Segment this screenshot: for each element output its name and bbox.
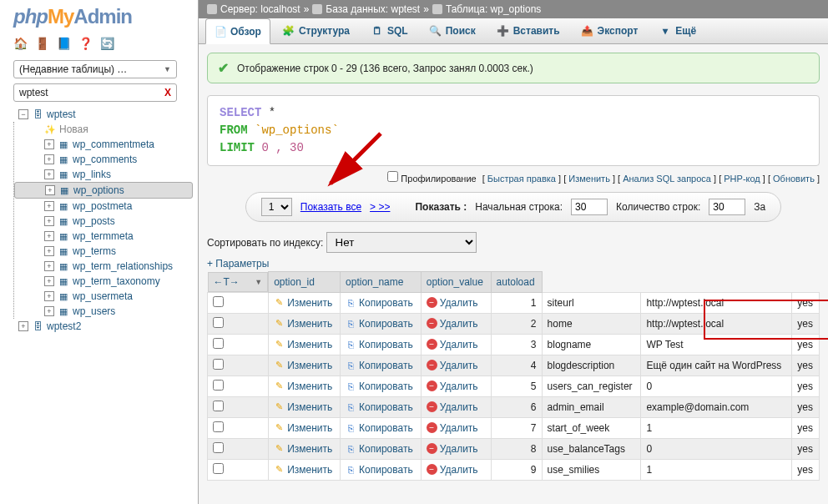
sort-index-select[interactable]: Нет — [326, 232, 477, 253]
tab-Ещё[interactable]: ▾Ещё — [650, 18, 705, 43]
table-node[interactable]: +▦wp_options — [14, 182, 193, 199]
expand-icon[interactable]: + — [44, 291, 54, 301]
clear-filter-icon[interactable]: X — [164, 87, 171, 98]
table-node[interactable]: +▦wp_term_taxonomy — [14, 274, 193, 289]
tab-Вставить[interactable]: ➕Вставить — [488, 18, 569, 43]
delete-row[interactable]: −Удалить — [427, 381, 478, 392]
edit-row[interactable]: ✎Изменить — [274, 318, 332, 330]
expand-icon[interactable]: + — [44, 261, 54, 271]
col-option-value[interactable]: option_value — [421, 272, 491, 293]
copy-row[interactable]: ⎘Копировать — [346, 464, 413, 476]
table-node[interactable]: +▦wp_term_relationships — [14, 259, 193, 274]
row-checkbox[interactable] — [213, 359, 224, 370]
table-node[interactable]: +▦wp_commentmeta — [14, 137, 193, 152]
tab-Обзор[interactable]: 📄Обзор — [205, 18, 270, 44]
expand-icon[interactable]: + — [44, 139, 54, 149]
tab-Поиск[interactable]: 🔍Поиск — [421, 18, 485, 43]
logout-icon[interactable]: 🚪 — [35, 37, 48, 50]
start-row-input[interactable] — [571, 199, 608, 215]
row-checkbox[interactable] — [213, 317, 224, 328]
copy-row[interactable]: ⎘Копировать — [346, 381, 413, 392]
row-checkbox[interactable] — [213, 401, 224, 411]
delete-row[interactable]: −Удалить — [427, 401, 478, 413]
col-option-id[interactable]: option_id — [269, 272, 341, 293]
edit-row[interactable]: ✎Изменить — [274, 401, 332, 413]
table-node[interactable]: +▦wp_users — [14, 304, 193, 319]
table-node[interactable]: +▦wp_termmeta — [14, 229, 193, 244]
home-icon[interactable]: 🏠 — [13, 37, 27, 50]
tab-SQL[interactable]: 🗒SQL — [362, 18, 417, 43]
delete-row[interactable]: −Удалить — [427, 339, 478, 350]
delete-row[interactable]: −Удалить — [427, 422, 478, 434]
expand-icon[interactable]: + — [45, 185, 55, 195]
copy-row[interactable]: ⎘Копировать — [346, 339, 413, 350]
col-autoload[interactable]: autoload — [491, 272, 542, 293]
expand-icon[interactable]: + — [44, 306, 54, 316]
table-node[interactable]: +▦wp_comments — [14, 152, 193, 167]
tab-Структура[interactable]: 🧩Структура — [274, 18, 359, 43]
db-node-wptest[interactable]: − 🗄 wptest — [7, 107, 193, 122]
copy-row[interactable]: ⎘Копировать — [346, 443, 413, 455]
explain-link[interactable]: Анализ SQL запроса — [623, 174, 711, 184]
php-code-link[interactable]: PHP-код — [724, 174, 760, 184]
table-node[interactable]: +▦wp_links — [14, 167, 193, 182]
copy-row[interactable]: ⎘Копировать — [346, 318, 413, 330]
expand-icon[interactable]: + — [44, 216, 54, 226]
table-node[interactable]: +▦wp_terms — [14, 244, 193, 259]
quick-edit-link[interactable]: Быстрая правка — [487, 174, 556, 184]
expand-icon[interactable]: + — [44, 276, 54, 286]
delete-row[interactable]: −Удалить — [427, 443, 478, 455]
table-node[interactable]: +▦wp_postmeta — [14, 199, 193, 214]
col-option-name[interactable]: option_name — [341, 272, 422, 293]
table-node[interactable]: ✨Новая — [14, 122, 193, 137]
docs-icon[interactable]: ❓ — [78, 37, 92, 50]
db-node-wptest2[interactable]: + 🗄 wptest2 — [7, 319, 193, 334]
edit-row[interactable]: ✎Изменить — [274, 297, 332, 309]
bc-table[interactable]: Таблица: wp_options — [446, 3, 541, 15]
refresh-link[interactable]: Обновить — [773, 174, 815, 184]
delete-row[interactable]: −Удалить — [427, 297, 478, 309]
row-checkbox[interactable] — [213, 463, 224, 474]
recent-tables-dropdown[interactable]: (Недавние таблицы) …▼ — [13, 60, 177, 78]
table-node[interactable]: +▦wp_posts — [14, 214, 193, 229]
row-checkbox[interactable] — [213, 442, 224, 453]
options-toggle[interactable]: + Параметры — [207, 258, 269, 270]
edit-row[interactable]: ✎Изменить — [274, 443, 332, 455]
copy-row[interactable]: ⎘Копировать — [346, 401, 413, 413]
copy-row[interactable]: ⎘Копировать — [346, 297, 413, 309]
expand-icon[interactable]: + — [44, 201, 54, 211]
row-checkbox[interactable] — [213, 421, 224, 432]
row-checkbox[interactable] — [213, 296, 224, 307]
edit-row[interactable]: ✎Изменить — [274, 360, 332, 371]
copy-row[interactable]: ⎘Копировать — [346, 360, 413, 371]
bc-database[interactable]: База данных: wptest — [326, 3, 420, 15]
db-filter-input[interactable]: wptest X — [13, 83, 177, 102]
sql-icon[interactable]: 📘 — [57, 37, 70, 50]
edit-row[interactable]: ✎Изменить — [274, 381, 332, 392]
edit-link[interactable]: Изменить — [568, 174, 610, 184]
delete-row[interactable]: −Удалить — [427, 318, 478, 330]
copy-row[interactable]: ⎘Копировать — [346, 422, 413, 434]
edit-row[interactable]: ✎Изменить — [274, 422, 332, 434]
page-select[interactable]: 1 — [261, 198, 292, 216]
delete-row[interactable]: −Удалить — [427, 464, 478, 476]
logo[interactable]: phpMyAdmin — [5, 3, 193, 33]
expand-icon[interactable]: + — [44, 154, 54, 164]
delete-row[interactable]: −Удалить — [427, 360, 478, 371]
chevron-down-icon[interactable]: ▼ — [255, 278, 262, 286]
edit-row[interactable]: ✎Изменить — [274, 464, 332, 476]
table-node[interactable]: +▦wp_usermeta — [14, 289, 193, 304]
row-count-input[interactable] — [709, 199, 745, 215]
edit-row[interactable]: ✎Изменить — [274, 339, 332, 350]
expand-icon[interactable]: + — [44, 231, 54, 241]
next-page-link[interactable]: > >> — [370, 201, 390, 213]
row-checkbox[interactable] — [213, 380, 224, 391]
collapse-icon[interactable]: − — [18, 109, 28, 119]
bc-server[interactable]: Сервер: localhost — [220, 3, 300, 15]
expand-icon[interactable]: + — [44, 246, 54, 256]
refresh-icon[interactable]: 🔄 — [100, 37, 114, 50]
expand-icon[interactable]: + — [44, 169, 54, 179]
row-checkbox[interactable] — [213, 338, 224, 349]
tab-Экспорт[interactable]: 📤Экспорт — [573, 18, 648, 43]
expand-icon[interactable]: + — [18, 321, 28, 331]
